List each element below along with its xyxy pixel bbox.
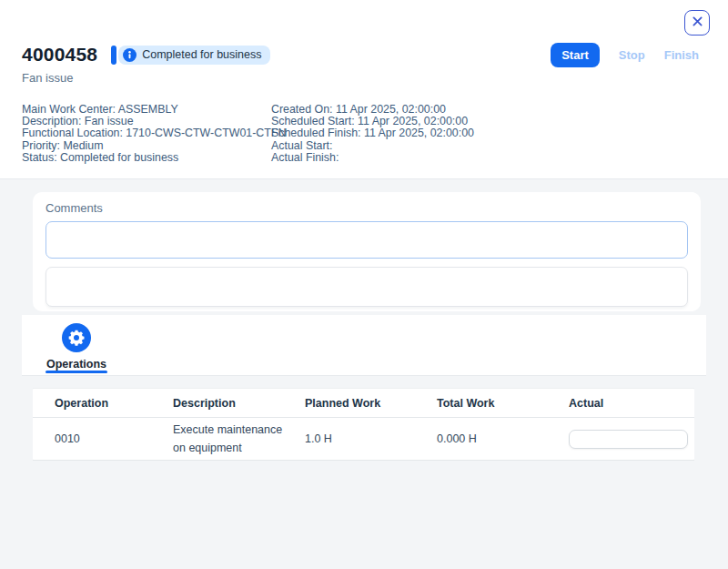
detail-priority: Priority: Medium [22, 140, 271, 152]
tab-operations-label: Operations [46, 358, 106, 371]
page-title: 4000458 [22, 44, 97, 66]
detail-actual-finish: Actual Finish: [271, 152, 474, 164]
cell-planned-work: 1.0 H [305, 432, 437, 445]
details-left-column: Main Work Center: ASSEMBLY Description: … [22, 104, 271, 164]
table-header-row: Operation Description Planned Work Total… [33, 388, 694, 418]
cell-description: Execute maintenance on equipment [173, 421, 305, 457]
active-tab-underline [46, 371, 107, 373]
close-button[interactable] [684, 10, 710, 36]
col-header-operation: Operation [55, 397, 173, 410]
comments-card: Comments [33, 192, 701, 311]
info-icon [123, 48, 136, 62]
start-button[interactable]: Start [551, 43, 600, 67]
comments-label: Comments [46, 201, 688, 215]
comments-list [46, 267, 688, 307]
status-badge: Completed for business [111, 46, 270, 65]
detail-status: Status: Completed for business [22, 152, 271, 164]
tab-bar: Operations [22, 315, 706, 376]
details-block: Main Work Center: ASSEMBLY Description: … [22, 104, 699, 164]
col-header-actual: Actual [569, 397, 694, 410]
table-row: 0010 Execute maintenance on equipment 1.… [33, 418, 694, 461]
status-badge-bar [111, 46, 116, 65]
detail-scheduled-finish: Scheduled Finish: 11 Apr 2025, 02:00:00 [271, 127, 474, 139]
details-right-column: Created On: 11 Apr 2025, 02:00:00 Schedu… [271, 104, 474, 164]
detail-actual-start: Actual Start: [271, 140, 474, 152]
header-actions: Start Stop Finish [551, 43, 699, 67]
detail-functional-location: Functional Location: 1710-CWS-CTW-CTW01-… [22, 127, 271, 139]
stop-button[interactable]: Stop [619, 48, 645, 62]
operations-table: Operation Description Planned Work Total… [33, 388, 694, 461]
close-icon [692, 15, 703, 31]
gear-icon [62, 323, 91, 352]
tab-operations[interactable]: Operations [46, 323, 107, 371]
title-row: 4000458 Completed for business Start Sto… [22, 44, 699, 66]
content-section: Comments Operations Operation Descriptio… [0, 178, 728, 569]
col-header-total-work: Total Work [437, 397, 569, 410]
comments-input[interactable] [46, 221, 688, 259]
actual-work-input[interactable] [569, 430, 688, 449]
cell-total-work: 0.000 H [437, 432, 569, 445]
status-badge-pill: Completed for business [118, 46, 270, 65]
cell-operation: 0010 [55, 432, 173, 445]
col-header-planned-work: Planned Work [305, 397, 437, 410]
col-header-description: Description [173, 397, 305, 410]
header: 4000458 Completed for business Start Sto… [22, 44, 699, 164]
finish-button[interactable]: Finish [664, 48, 699, 62]
page-subtitle: Fan issue [22, 71, 699, 85]
status-badge-label: Completed for business [142, 48, 261, 61]
work-order-detail-page: 4000458 Completed for business Start Sto… [0, 0, 728, 569]
